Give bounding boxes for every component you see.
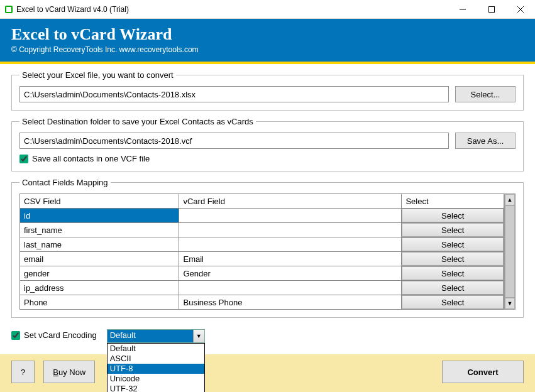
encoding-checkbox[interactable]: Set vCard Encoding [11, 330, 97, 340]
save-one-vcf-label: Save all contacts in one VCF file [32, 154, 150, 163]
header-banner: Excel to vCard Wizard © Copyright Recove… [0, 19, 535, 62]
select-field-button[interactable]: Select [402, 281, 504, 295]
save-one-vcf-input[interactable] [19, 155, 28, 163]
window-title: Excel to vCard Wizard v4.0 (Trial) [16, 5, 448, 14]
footer-bar: ? Buy Now Convert [0, 354, 535, 392]
scroll-thumb[interactable] [505, 205, 515, 298]
app-title: Excel to vCard Wizard [11, 25, 524, 44]
table-row[interactable]: genderGenderSelect [20, 266, 504, 281]
vcard-field-cell: Business Phone [179, 295, 402, 310]
csv-field-cell: email [20, 252, 179, 266]
save-as-button[interactable]: Save As... [455, 133, 516, 149]
scroll-down-icon[interactable]: ▼ [505, 298, 515, 309]
column-header: vCard Field [179, 194, 402, 209]
convert-button[interactable]: Convert [442, 361, 524, 383]
source-path-input[interactable] [19, 86, 449, 102]
table-row[interactable]: PhoneBusiness PhoneSelect [20, 295, 504, 310]
svg-rect-0 [489, 6, 495, 12]
maximize-button[interactable] [477, 0, 506, 19]
vcard-field-cell [179, 281, 402, 295]
encoding-option[interactable]: Unicode [108, 374, 204, 384]
encoding-option[interactable]: Default [108, 344, 204, 354]
dest-legend: Select Destination folder to save your E… [19, 117, 256, 126]
encoding-label: Set vCard Encoding [24, 330, 97, 340]
column-header: Select [402, 194, 504, 209]
titlebar: Excel to vCard Wizard v4.0 (Trial) [0, 0, 535, 19]
select-field-button[interactable]: Select [402, 209, 504, 222]
select-field-button[interactable]: Select [402, 252, 504, 266]
scroll-up-icon[interactable]: ▲ [505, 194, 515, 205]
mapping-legend: Contact Fields Mapping [19, 178, 111, 187]
encoding-dropdown-list[interactable]: DefaultASCIIUTF-8UnicodeUTF-32UTF-7 [107, 343, 205, 392]
encoding-checkbox-input[interactable] [11, 331, 20, 340]
table-row[interactable]: last_nameSelect [20, 237, 504, 252]
vcard-field-cell: Email [179, 252, 402, 266]
encoding-option[interactable]: ASCII [108, 354, 204, 364]
csv-field-cell: id [20, 209, 179, 223]
dest-fieldset: Select Destination folder to save your E… [11, 117, 524, 172]
vcard-field-cell [179, 223, 402, 237]
csv-field-cell: first_name [20, 223, 179, 237]
close-button[interactable] [506, 0, 535, 19]
vcard-field-cell [179, 237, 402, 252]
column-header: CSV Field [20, 194, 179, 209]
csv-field-cell: gender [20, 266, 179, 281]
chevron-down-icon[interactable]: ▼ [193, 330, 204, 342]
table-row[interactable]: first_nameSelect [20, 223, 504, 237]
encoding-option[interactable]: UTF-32 [108, 384, 204, 392]
encoding-option[interactable]: UTF-8 [108, 364, 204, 374]
csv-field-cell: last_name [20, 237, 179, 252]
encoding-selected-value: Default [108, 330, 193, 342]
source-fieldset: Select your Excel file, you want to conv… [11, 70, 524, 111]
table-row[interactable]: idSelect [20, 209, 504, 223]
help-button[interactable]: ? [11, 361, 35, 383]
dest-path-input[interactable] [19, 133, 449, 149]
save-one-vcf-checkbox[interactable]: Save all contacts in one VCF file [19, 154, 516, 163]
mapping-fieldset: Contact Fields Mapping CSV FieldvCard Fi… [11, 178, 524, 318]
select-field-button[interactable]: Select [402, 223, 504, 237]
mapping-table[interactable]: CSV FieldvCard FieldSelect idSelectfirst… [19, 193, 504, 310]
csv-field-cell: Phone [20, 295, 179, 310]
vcard-field-cell [179, 209, 402, 223]
select-source-button[interactable]: Select... [455, 86, 516, 102]
app-icon [5, 6, 13, 13]
select-field-button[interactable]: Select [402, 266, 504, 280]
buy-now-button[interactable]: Buy Now [43, 361, 95, 383]
table-row[interactable]: ip_addressSelect [20, 281, 504, 295]
encoding-combobox[interactable]: Default ▼ DefaultASCIIUTF-8UnicodeUTF-32… [107, 329, 205, 343]
minimize-button[interactable] [448, 0, 477, 19]
csv-field-cell: ip_address [20, 281, 179, 295]
vertical-scrollbar[interactable]: ▲ ▼ [504, 193, 516, 310]
table-row[interactable]: emailEmailSelect [20, 252, 504, 266]
select-field-button[interactable]: Select [402, 295, 504, 309]
source-legend: Select your Excel file, you want to conv… [19, 70, 176, 80]
copyright-text: © Copyright RecoveryTools Inc. www.recov… [11, 45, 524, 54]
vcard-field-cell: Gender [179, 266, 402, 281]
select-field-button[interactable]: Select [402, 237, 504, 251]
